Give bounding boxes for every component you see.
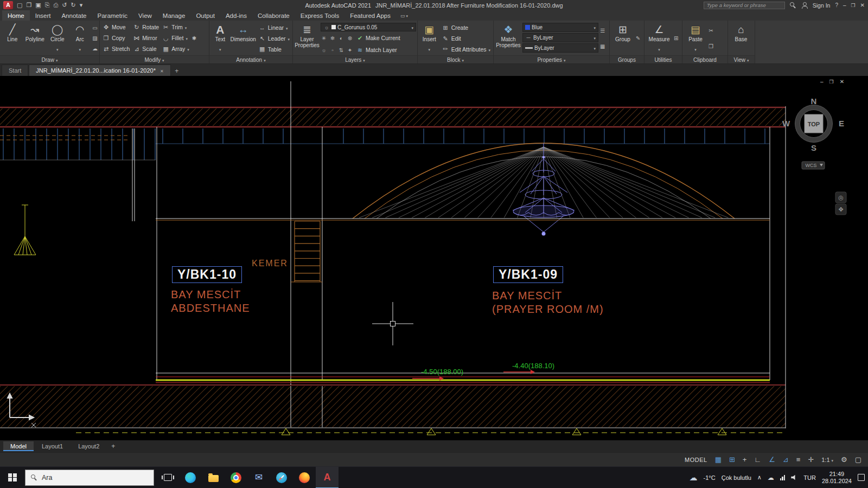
snap-toggle-icon[interactable]: ⊞ xyxy=(729,455,735,464)
block-panel-label[interactable]: Block xyxy=(418,55,493,63)
taskbar-autocad[interactable]: A xyxy=(316,467,339,488)
mirror-button[interactable]: ⋈Mirror xyxy=(132,33,160,43)
copy-button[interactable]: ❐Copy xyxy=(101,33,131,43)
plot-button[interactable]: ⎙ xyxy=(54,0,59,10)
new-layout-button[interactable] xyxy=(107,442,119,450)
open-button[interactable]: ❐ xyxy=(26,0,31,10)
workspace-gear-icon[interactable]: ⚙ xyxy=(841,455,847,464)
base-button[interactable]: ⌂ Base xyxy=(730,22,752,55)
tab-featured-apps[interactable]: Featured Apps xyxy=(344,10,396,21)
weather-temp[interactable]: -1°C xyxy=(704,474,716,481)
close-button[interactable] xyxy=(860,2,865,8)
dimension-button[interactable]: ↔ Dimension xyxy=(231,22,256,55)
layer-tool-icon[interactable]: ❄ xyxy=(329,35,336,41)
rectangle-tool-icon[interactable]: ▭ xyxy=(92,25,98,31)
paste-dropdown-caret-icon[interactable] xyxy=(694,43,697,53)
text-dropdown-caret-icon[interactable] xyxy=(219,43,221,53)
tab-express-tools[interactable]: Express Tools xyxy=(295,10,344,21)
autocad-logo-icon[interactable]: A xyxy=(3,1,13,9)
clock[interactable]: 21:49 28.01.2024 xyxy=(822,471,852,485)
drawing-viewport[interactable]: -4.50(188.00) -4.40(188.10) xyxy=(0,76,868,440)
qat-menu-button[interactable]: ▾ xyxy=(80,0,83,10)
viewcube-top-face[interactable]: TOP xyxy=(808,121,820,127)
revcloud-tool-icon[interactable]: ☁ xyxy=(92,46,98,52)
measure-dropdown-caret-icon[interactable] xyxy=(658,43,660,53)
model-space-toggle[interactable]: MODEL xyxy=(685,457,707,463)
start-button[interactable] xyxy=(0,467,25,488)
quick-calc-icon[interactable]: ⊞ xyxy=(674,35,678,42)
tab-parametric[interactable]: Parametric xyxy=(92,10,133,21)
layer-tool-icon[interactable]: ✦ xyxy=(347,47,353,53)
doc-minimize-button[interactable] xyxy=(820,79,824,85)
draw-panel-label[interactable]: Draw xyxy=(0,55,99,63)
linetype-dropdown-caret-icon[interactable] xyxy=(593,35,596,41)
doc-restore-button[interactable] xyxy=(829,79,834,85)
measure-button[interactable]: ∠ Measure xyxy=(646,22,672,55)
insert-dropdown-caret-icon[interactable] xyxy=(429,43,431,53)
ortho-toggle-icon[interactable]: ∟ xyxy=(754,455,761,464)
task-view-button[interactable] xyxy=(156,467,179,488)
taskbar-edge[interactable] xyxy=(179,467,202,488)
clean-screen-icon[interactable]: ▢ xyxy=(855,455,861,464)
circle-button[interactable]: ◯ Circle xyxy=(47,22,68,55)
weather-desc[interactable]: Çok bulutlu xyxy=(722,474,751,481)
edit-attributes-button[interactable]: ✏Edit Attributes xyxy=(441,44,492,54)
keyword-search-input[interactable] xyxy=(704,2,785,9)
osnap-toggle-icon[interactable]: ⊿ xyxy=(783,455,789,464)
tab-output[interactable]: Output xyxy=(190,10,220,21)
linear-button[interactable]: ↔Linear xyxy=(258,23,291,33)
layer-tool-icon[interactable]: ⊗ xyxy=(347,35,353,41)
taskbar-explorer[interactable] xyxy=(202,467,225,488)
weather-icon[interactable]: ☁ xyxy=(690,473,698,483)
clipboard-panel-label[interactable]: Clipboard xyxy=(682,55,727,63)
hatch-tool-icon[interactable]: ▨ xyxy=(92,35,98,42)
onedrive-cloud-icon[interactable]: ☁ xyxy=(768,474,774,481)
wcs-label[interactable]: WCS xyxy=(806,163,817,168)
create-block-button[interactable]: ⊞Create xyxy=(441,23,492,33)
modify-panel-label[interactable]: Modify xyxy=(100,55,209,63)
edit-block-button[interactable]: ✎Edit xyxy=(441,34,492,44)
arc-dropdown-caret-icon[interactable] xyxy=(79,43,81,53)
nav-bar[interactable]: ◎ ✥ xyxy=(835,192,846,215)
taskbar-mail[interactable]: ✉ xyxy=(247,467,270,488)
file-tab-start[interactable]: Start xyxy=(2,65,28,76)
annotation-panel-label[interactable]: Annotation xyxy=(209,55,292,63)
layer-dropdown-caret-icon[interactable] xyxy=(411,24,413,30)
layer-dropdown[interactable]: ☼ C_Gorunus 0.05 xyxy=(321,23,416,31)
layer-tool-icon[interactable]: ☼ xyxy=(321,47,327,53)
new-drawing-tab-button[interactable] xyxy=(171,66,182,76)
properties-grid-icon[interactable]: ▦ xyxy=(600,43,605,50)
fillet-button[interactable]: ◡Fillet xyxy=(161,33,190,43)
grid-toggle-icon[interactable]: ▦ xyxy=(715,455,722,464)
file-tab-document[interactable]: JNR_MİMARİ_22.01.20...ication 16-01-2020… xyxy=(29,65,170,76)
layer-tool-icon[interactable]: ◐ xyxy=(338,35,344,41)
help-icon[interactable]: ? xyxy=(835,2,838,8)
lineweight-dropdown-caret-icon[interactable] xyxy=(593,45,596,51)
text-button[interactable]: A Text xyxy=(211,22,229,55)
insert-block-button[interactable]: ▣ Insert xyxy=(419,22,439,55)
match-properties-button[interactable]: ❖ Match Properties xyxy=(495,22,521,55)
viewcube-east[interactable]: E xyxy=(839,119,844,128)
layer-tool-icon[interactable]: ▫ xyxy=(329,47,336,53)
lineweight-dropdown[interactable]: ByLayer xyxy=(522,43,598,53)
leader-button[interactable]: ↖Leader xyxy=(258,34,291,44)
save-button[interactable]: ▣ xyxy=(35,0,41,10)
search-icon[interactable] xyxy=(790,2,796,9)
viewcube-west[interactable]: W xyxy=(782,119,790,128)
volume-icon[interactable] xyxy=(791,474,797,481)
network-icon[interactable] xyxy=(780,474,786,480)
stretch-button[interactable]: ⇄Stretch xyxy=(101,43,131,54)
utilities-panel-label[interactable]: Utilities xyxy=(644,55,682,63)
polar-tracking-icon[interactable]: ∠ xyxy=(769,455,775,464)
tab-layout2[interactable]: Layout2 xyxy=(71,441,106,451)
object-color-dropdown[interactable]: Blue xyxy=(522,23,598,32)
hidden-icons-chevron[interactable]: ∧ xyxy=(757,474,762,481)
tab-collaborate[interactable]: Collaborate xyxy=(252,10,295,21)
annotation-scale-button[interactable]: 1:1 xyxy=(821,457,833,463)
tab-model[interactable]: Model xyxy=(3,441,34,451)
tab-layout1[interactable]: Layout1 xyxy=(35,441,70,451)
pan-icon[interactable]: ✥ xyxy=(838,206,843,213)
group-button[interactable]: ⊞ Group xyxy=(611,22,634,55)
sign-in-button[interactable]: Sign In xyxy=(813,2,831,9)
arc-button[interactable]: ◠ Arc xyxy=(69,22,91,55)
